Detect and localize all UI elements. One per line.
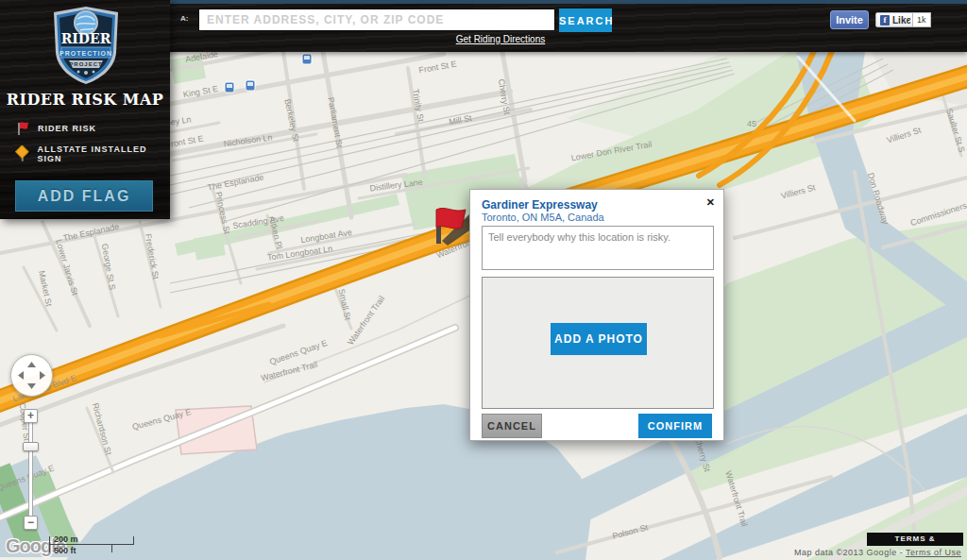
zoom-slider-track[interactable] — [28, 422, 33, 517]
legend-label: ALLSTATE INSTALLED SIGN — [37, 144, 170, 163]
pan-right-icon — [40, 371, 45, 380]
close-icon[interactable]: ✕ — [706, 196, 715, 208]
pan-down-icon — [27, 383, 36, 389]
photo-upload-area: ADD A PHOTO — [482, 277, 714, 409]
map-pan-control[interactable] — [10, 354, 53, 397]
like-count-badge: 1k — [912, 12, 931, 27]
allstate-sign-icon — [15, 145, 29, 162]
confirm-button[interactable]: CONFIRM — [638, 414, 712, 438]
page-title: RIDER RISK MAP — [0, 91, 170, 109]
pan-up-icon — [27, 362, 36, 367]
add-photo-button[interactable]: ADD A PHOTO — [551, 323, 647, 355]
terms-of-use-link[interactable]: Terms of Use — [906, 548, 961, 557]
terms-conditions-button[interactable]: TERMS & CONDITIONS — [867, 533, 963, 546]
svg-text:RIDER: RIDER — [61, 31, 111, 46]
sidebar: RIDER PROTECTION PROJECT RIDER RISK MAP … — [0, 0, 170, 219]
scale-metric-label: 200 m — [54, 535, 78, 544]
svg-text:PROTECTION: PROTECTION — [59, 50, 112, 57]
modal-title: Gardiner Expressway — [482, 198, 598, 212]
map-scale-bar: 200 m 500 ft — [49, 535, 138, 555]
risk-note-input[interactable] — [482, 226, 714, 270]
pan-left-icon — [18, 371, 24, 380]
rider-protection-logo: RIDER PROTECTION PROJECT — [44, 4, 127, 87]
scale-imperial-label: 500 ft — [54, 546, 76, 555]
rider-risk-flag-icon — [15, 121, 30, 136]
legend-item-rider-risk: RIDER RISK — [15, 121, 96, 136]
transit-stop-icon[interactable] — [225, 82, 234, 93]
facebook-icon: f — [880, 15, 890, 25]
add-flag-section: ADD FLAG — [0, 173, 170, 219]
modal-subtitle: Toronto, ON M5A, Canada — [482, 212, 604, 223]
zoom-slider-handle[interactable] — [23, 442, 39, 451]
cancel-button[interactable]: CANCEL — [482, 414, 542, 438]
search-prefix-label: A: — [180, 14, 188, 23]
svg-text:PROJECT: PROJECT — [69, 61, 102, 67]
legend-item-allstate-sign: ALLSTATE INSTALLED SIGN — [15, 144, 170, 163]
transit-stop-icon[interactable] — [302, 54, 312, 64]
street-label: 45 — [747, 119, 756, 128]
transit-stop-icon[interactable] — [246, 80, 255, 91]
search-input[interactable] — [198, 8, 555, 31]
risk-location-modal: Gardiner Expressway Toronto, ON M5A, Can… — [469, 189, 724, 441]
map-attribution: Map data ©2013 Google - Terms of Use — [794, 548, 961, 557]
legend-label: RIDER RISK — [38, 124, 96, 133]
like-label: Like — [892, 15, 911, 25]
zoom-in-button[interactable]: + — [24, 409, 38, 423]
zoom-out-button[interactable]: − — [24, 516, 38, 530]
add-flag-button[interactable]: ADD FLAG — [15, 180, 153, 212]
invite-button[interactable]: Invite — [830, 10, 869, 29]
search-button[interactable]: SEARCH — [559, 8, 612, 32]
app-root: AdelaideKing St EFront St EFront St EAbb… — [0, 0, 967, 560]
attribution-text: Map data ©2013 Google - — [794, 548, 906, 557]
riding-directions-link[interactable]: Get Riding Directions — [406, 34, 595, 44]
